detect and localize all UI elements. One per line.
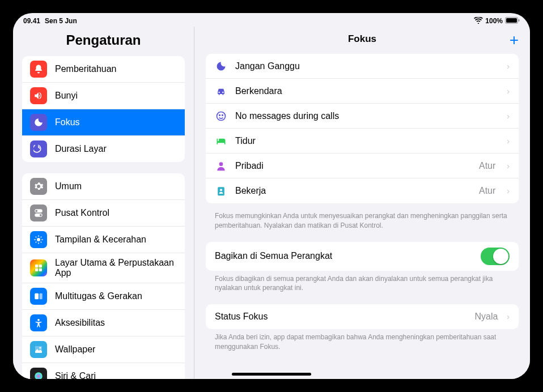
sidebar-scroll[interactable]: Pemberitahuan Bunyi Fokus [13, 56, 194, 379]
sidebar-item-multitasking[interactable]: Multitugas & Gerakan [22, 283, 185, 310]
sidebar-item-notifications[interactable]: Pemberitahuan [22, 56, 185, 83]
focus-item-label: Pribadi [235, 161, 471, 171]
svg-rect-8 [35, 265, 38, 267]
home-indicator[interactable] [232, 373, 311, 376]
svg-rect-10 [35, 269, 38, 271]
sidebar-item-siri[interactable]: Siri & Cari [22, 363, 185, 379]
svg-point-6 [40, 214, 42, 216]
chevron-right-icon: › [507, 186, 510, 195]
display-icon [30, 231, 47, 248]
focus-item-driving[interactable]: Berkendara › [206, 79, 519, 104]
sidebar-group-attention: Pemberitahuan Bunyi Fokus [22, 56, 185, 162]
focus-item-label: No messages during calls [235, 111, 495, 121]
sidebar-item-label: Tampilan & Kecerahan [55, 235, 177, 245]
accessibility-icon [30, 314, 47, 331]
smiley-icon [215, 110, 227, 122]
chevron-right-icon: › [507, 312, 510, 321]
content-header: Fokus + [194, 27, 530, 50]
status-bar: 09.41 Sen 5 Jun 100% [13, 13, 530, 27]
svg-rect-13 [40, 293, 43, 300]
focus-item-dnd[interactable]: Jangan Ganggu › [206, 54, 519, 79]
sidebar-item-general[interactable]: Umum [22, 173, 185, 200]
content-scroll[interactable]: Jangan Ganggu › Berkendara › [194, 50, 530, 379]
svg-point-24 [220, 189, 222, 191]
status-label: Status Fokus [215, 312, 469, 322]
svg-rect-12 [35, 293, 39, 300]
sidebar-group-general: Umum Pusat Kontrol Tampila [22, 173, 185, 379]
focus-item-value: Atur [479, 186, 495, 196]
battery-icon [505, 17, 520, 25]
share-toggle[interactable] [481, 248, 510, 265]
status-value: Nyala [474, 312, 498, 322]
status-time: 09.41 [23, 17, 40, 25]
share-across-devices-row: Bagikan di Semua Perangkat [206, 242, 519, 271]
sidebar-item-focus[interactable]: Fokus [22, 109, 185, 136]
homescreen-icon [30, 259, 47, 276]
ipad-frame: 09.41 Sen 5 Jun 100% Pengaturan [5, 5, 538, 387]
share-footer: Fokus dibagikan di semua perangkat Anda … [206, 271, 519, 305]
screentime-icon [30, 140, 47, 157]
chevron-right-icon: › [507, 112, 510, 121]
general-icon [30, 178, 47, 195]
sidebar-item-label: Pemberitahuan [55, 64, 177, 74]
focus-item-value: Atur [479, 161, 495, 171]
sidebar-title: Pengaturan [13, 27, 194, 56]
control-center-icon [30, 204, 47, 221]
focus-item-label: Bekerja [235, 186, 471, 196]
battery-percent: 100% [485, 17, 503, 25]
sidebar-item-label: Aksesibilitas [55, 318, 177, 328]
sidebar-item-control-center[interactable]: Pusat Kontrol [22, 200, 185, 227]
focus-icon [30, 114, 47, 131]
badge-icon [215, 185, 227, 197]
car-icon [215, 85, 227, 97]
svg-rect-1 [506, 18, 517, 23]
sidebar-item-label: Umum [55, 181, 177, 191]
svg-point-15 [40, 347, 41, 349]
share-label: Bagikan di Semua Perangkat [215, 251, 332, 261]
sidebar-item-display[interactable]: Tampilan & Kecerahan [22, 227, 185, 253]
focus-item-personal[interactable]: Pribadi Atur › [206, 154, 519, 178]
svg-rect-2 [519, 19, 520, 22]
focus-item-label: Berkendara [235, 86, 495, 96]
chevron-right-icon: › [507, 62, 510, 71]
focus-modes-group: Jangan Ganggu › Berkendara › [206, 54, 519, 203]
focus-item-calls[interactable]: No messages during calls › [206, 104, 519, 129]
svg-point-14 [37, 319, 40, 321]
svg-point-19 [217, 112, 226, 120]
multitasking-icon [30, 288, 47, 305]
toggle-knob [493, 249, 508, 264]
screen: 09.41 Sen 5 Jun 100% Pengaturan [13, 13, 530, 379]
focus-item-sleep[interactable]: Tidur › [206, 129, 519, 154]
content-title: Fokus [348, 33, 376, 45]
sidebar-item-wallpaper[interactable]: Wallpaper [22, 336, 185, 363]
svg-point-16 [35, 372, 43, 379]
svg-point-20 [219, 114, 220, 116]
sidebar-item-label: Wallpaper [55, 344, 177, 355]
content-pane: Fokus + Jangan Ganggu › [194, 27, 530, 379]
sidebar-item-label: Pusat Kontrol [55, 208, 177, 218]
siri-icon [30, 368, 47, 379]
add-focus-button[interactable]: + [510, 32, 519, 48]
sidebar-item-screentime[interactable]: Durasi Layar [22, 136, 185, 162]
svg-point-21 [222, 114, 223, 116]
sidebar-item-homescreen[interactable]: Layar Utama & Perpustakaan App [22, 253, 185, 283]
sidebar-item-accessibility[interactable]: Aksesibilitas [22, 310, 185, 336]
focus-item-label: Tidur [235, 136, 495, 146]
chevron-right-icon: › [507, 87, 510, 96]
sidebar-item-label: Siri & Cari [55, 371, 177, 379]
person-icon [215, 160, 227, 172]
bed-icon [215, 135, 227, 147]
status-footer: Jika Anda beri izin, app dapat membagika… [206, 329, 519, 363]
sidebar-item-label: Bunyi [55, 91, 177, 101]
svg-point-5 [35, 210, 37, 212]
focus-item-work[interactable]: Bekerja Atur › [206, 178, 519, 203]
chevron-right-icon: › [507, 161, 510, 171]
notifications-icon [30, 61, 47, 78]
status-date: Sen 5 Jun [45, 17, 77, 25]
sidebar-item-label: Fokus [55, 117, 177, 127]
sidebar-item-sounds[interactable]: Bunyi [22, 83, 185, 109]
wifi-icon [474, 17, 483, 25]
focus-status-row[interactable]: Status Fokus Nyala › [206, 304, 519, 329]
svg-point-22 [219, 162, 223, 166]
wallpaper-icon [30, 341, 47, 358]
